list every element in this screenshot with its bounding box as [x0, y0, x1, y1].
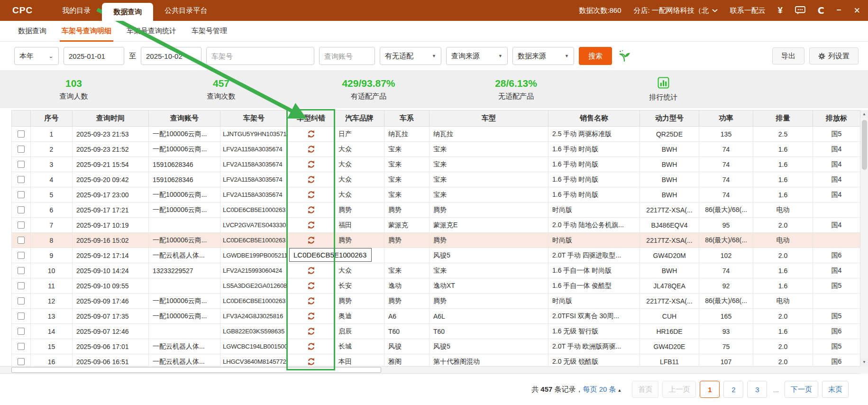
- vertical-scrollbar-thumb[interactable]: [862, 120, 867, 170]
- export-button[interactable]: 导出: [772, 47, 804, 64]
- last-page-button[interactable]: 末页: [822, 381, 849, 398]
- cell-engine-model: 2217TZ-XSA(...: [640, 202, 699, 218]
- refresh-icon[interactable]: C: [818, 5, 824, 16]
- stat-排行统计[interactable]: 排行统计: [590, 70, 737, 108]
- topbar-tab-我的目录[interactable]: 我的目录: [51, 0, 102, 21]
- topbar-tab-数据查询[interactable]: 数据查询: [102, 3, 153, 21]
- cell-power: 74: [699, 187, 753, 202]
- cell-vin: LC0DE6CB5E1000263: [220, 294, 288, 309]
- row-checkbox[interactable]: [18, 237, 25, 244]
- per-page-select[interactable]: 每页 20 条: [583, 385, 616, 393]
- cell-series: 腾势: [384, 294, 429, 309]
- page-button-3[interactable]: 3: [747, 381, 767, 398]
- dropdown-有无适配[interactable]: 有无适配▼: [380, 47, 441, 65]
- message-icon[interactable]: [795, 6, 805, 15]
- cell-emission-standard: 国6: [813, 354, 860, 367]
- cell-query-time: 2025-09-09 17:46: [73, 294, 149, 309]
- stat-label: 有适配产品: [351, 92, 386, 101]
- subnav-tab-车架号管理[interactable]: 车架号管理: [184, 21, 235, 42]
- row-checkbox[interactable]: [18, 252, 25, 259]
- model-correct-sync-icon[interactable]: [292, 358, 330, 366]
- dropdown-查询来源[interactable]: 查询来源▼: [446, 47, 508, 65]
- subnav-tab-数据查询[interactable]: 数据查询: [10, 21, 54, 42]
- first-page-button[interactable]: 首页: [632, 381, 658, 398]
- row-checkbox[interactable]: [18, 161, 25, 168]
- row-checkbox[interactable]: [18, 358, 25, 365]
- subnav-tab-车架号查询统计[interactable]: 车架号查询统计: [119, 21, 184, 42]
- currency-icon[interactable]: ¥: [778, 6, 783, 16]
- topbar-tab-公共目录平台[interactable]: 公共目录平台: [153, 0, 219, 21]
- row-checkbox[interactable]: [18, 313, 25, 320]
- horizontal-scrollbar[interactable]: [0, 366, 860, 374]
- row-checkbox[interactable]: [18, 282, 25, 289]
- model-correct-sync-icon[interactable]: [292, 327, 330, 335]
- date-to-input[interactable]: [141, 47, 201, 65]
- cell-displacement: 1.6: [753, 187, 813, 202]
- row-checkbox[interactable]: [18, 343, 25, 350]
- minimize-icon[interactable]: −: [837, 6, 841, 15]
- cell-model: 第十代雅阁混动: [429, 354, 548, 367]
- model-correct-sync-icon[interactable]: [292, 206, 330, 214]
- row-checkbox[interactable]: [18, 146, 25, 153]
- chevron-down-icon: ▼: [565, 54, 569, 58]
- model-correct-sync-icon[interactable]: [292, 312, 330, 320]
- cell-query-account: 一配100006云商...: [149, 309, 220, 324]
- model-correct-sync-icon[interactable]: [292, 191, 330, 199]
- prev-page-button[interactable]: 上一页: [662, 381, 696, 398]
- vin-search-input[interactable]: [206, 47, 314, 65]
- scroll-down-icon[interactable]: ▼: [860, 358, 868, 366]
- table-row: 22025-09-23 21:52一配100006云商...LFV2A1158A…: [12, 142, 860, 157]
- cell-query-time: 2025-09-12 17:14: [73, 248, 149, 263]
- cell-brand: 本田: [335, 354, 384, 367]
- model-correct-sync-icon[interactable]: [292, 342, 330, 350]
- row-checkbox-cell: [12, 218, 31, 233]
- cell-sale-name: 2.0T 手动 四驱进取型...: [548, 248, 640, 263]
- page-button-1[interactable]: 1: [700, 381, 720, 398]
- cell-sale-name: 1.6 无级 智行版: [548, 324, 640, 339]
- row-checkbox[interactable]: [18, 221, 25, 229]
- model-correct-sync-icon[interactable]: [292, 175, 330, 184]
- row-checkbox[interactable]: [18, 206, 25, 213]
- vertical-scrollbar[interactable]: ▲ ▼: [860, 110, 868, 366]
- row-checkbox[interactable]: [18, 328, 25, 335]
- scroll-up-icon[interactable]: ▲: [860, 110, 868, 118]
- contact-link[interactable]: 联系一配云: [730, 6, 766, 15]
- search-button[interactable]: 搜索: [579, 47, 612, 65]
- cell-query-time: 2025-09-17 23:00: [73, 187, 149, 202]
- model-correct-sync-icon[interactable]: [292, 130, 330, 138]
- model-correct-sync-icon[interactable]: [292, 145, 330, 153]
- model-correct-sync-icon[interactable]: [292, 297, 330, 305]
- row-checkbox[interactable]: [18, 191, 25, 198]
- cell-brand: 腾势: [335, 202, 384, 218]
- model-correct-sync-icon[interactable]: [292, 267, 330, 275]
- row-checkbox[interactable]: [18, 297, 25, 304]
- dropdown-数据来源[interactable]: 数据来源▼: [512, 47, 574, 65]
- cell-emission-standard: [813, 202, 860, 218]
- stat-查询人数: 103查询人数: [0, 70, 147, 108]
- model-correct-sync-icon[interactable]: [292, 236, 330, 244]
- close-icon[interactable]: ✕: [854, 6, 860, 16]
- row-checkbox[interactable]: [18, 267, 25, 274]
- store-selector[interactable]: 分店: 一配网络科技（北: [634, 6, 718, 15]
- model-correct-sync-icon[interactable]: [292, 221, 330, 229]
- cell-brand: 长安: [335, 278, 384, 294]
- row-checkbox[interactable]: [18, 176, 25, 183]
- cell-emission-standard: 国4: [813, 187, 860, 202]
- bar-chart-icon[interactable]: [658, 77, 669, 90]
- cell-query-time: 2025-09-17 10:19: [73, 218, 149, 233]
- row-checkbox[interactable]: [18, 130, 25, 138]
- horizontal-scrollbar-thumb[interactable]: [11, 367, 381, 373]
- model-correct-sync-icon[interactable]: [292, 160, 330, 168]
- page-button-2[interactable]: 2: [723, 381, 743, 398]
- cell-power: 86(最大)/68(...: [699, 202, 753, 218]
- account-search-input[interactable]: [319, 47, 375, 65]
- model-correct-sync-icon[interactable]: [292, 282, 330, 290]
- cell-model: 宝来: [429, 172, 548, 187]
- column-settings-button[interactable]: 列设置: [809, 47, 859, 64]
- date-from-input[interactable]: [64, 47, 124, 65]
- subnav-tab-车架号查询明细[interactable]: 车架号查询明细: [54, 21, 119, 42]
- next-page-button[interactable]: 下一页: [785, 381, 818, 398]
- date-range-select[interactable]: 本年 ⌄: [14, 47, 59, 65]
- stat-查询次数: 457查询次数: [147, 70, 295, 108]
- cell-query-account: 一配100006云商...: [149, 142, 220, 157]
